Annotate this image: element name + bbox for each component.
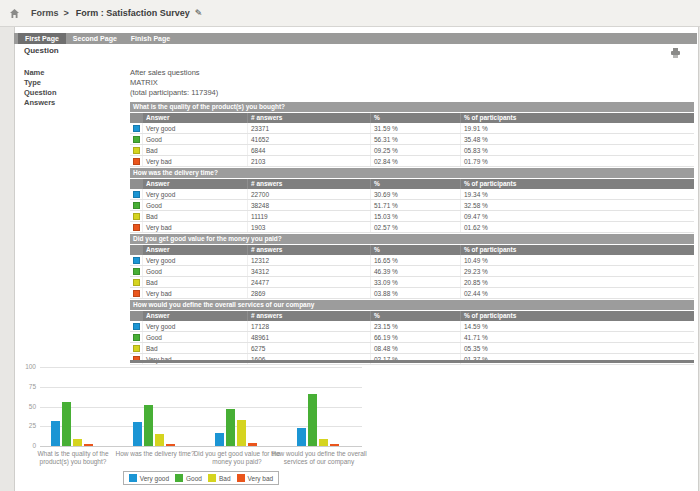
bar-bad-q1 [73,439,82,446]
percent-participants-cell: 41.71 % [460,332,694,342]
answers-count-cell: 2103 [247,156,370,166]
name-value: After sales questions [130,68,200,78]
table-header-row: Answer# answers%% of participants [130,113,694,123]
breadcrumb-forms[interactable]: Forms [31,8,59,18]
results-chart: Very goodGoodBadVery bad 1007550250What … [0,362,700,490]
answer-cell: Bad [142,343,247,353]
page-title: Form : Satisfaction Survey [76,8,190,18]
answer-cell: Good [142,332,247,342]
table-row-bad: Bad2447733.09 %20.85 % [130,277,694,288]
legend-item-very-bad: Very bad [237,474,274,482]
percent-participants-cell: 20.85 % [460,277,694,287]
detail-name: Name After sales questions [24,68,684,78]
answers-count-cell: 17128 [247,321,370,331]
table-row-good: Good3431246.39 %29.23 % [130,266,694,277]
answer-cell: Bad [142,145,247,155]
percent-cell: 56.31 % [370,134,460,144]
edit-icon[interactable]: ✎ [195,9,203,18]
column-header-answer: Answer [142,179,247,189]
answer-color-swatch [133,202,140,209]
percent-cell: 46.39 % [370,266,460,276]
answers-table-how-was-the-delivery-time: How was the delivery time?Answer# answer… [130,168,694,233]
legend-item-very-good: Very good [129,474,169,482]
table-row-very-good: Very good2337131.59 %19.91 % [130,123,694,134]
column-header-: % [370,179,460,189]
column-header-answers: # answers [247,311,370,321]
answer-cell: Very good [142,321,247,331]
answer-color-swatch [133,125,140,132]
table-header-row: Answer# answers%% of participants [130,245,694,255]
answer-color-cell [130,255,142,265]
answer-color-cell [130,123,142,133]
percent-cell: 09.25 % [370,145,460,155]
percent-cell: 33.09 % [370,277,460,287]
name-label: Name [24,68,44,77]
bar-very-bad-q4 [330,444,339,446]
print-icon[interactable] [670,44,681,62]
percent-participants-cell: 32.58 % [460,200,694,210]
legend-label-good: Good [186,475,202,482]
answer-color-cell [130,277,142,287]
column-header-answer: Answer [142,311,247,321]
answer-cell: Bad [142,211,247,221]
answer-color-swatch [133,158,140,165]
question-value: (total participants: 117394) [130,88,218,98]
table-row-good: Good4896166.19 %41.71 % [130,332,694,343]
answers-tables: What is the quality of the product(s) yo… [130,102,694,366]
answer-color-swatch [133,136,140,143]
tab-bar: First PageSecond PageFinish Page [14,33,697,44]
answer-color-swatch [133,290,140,297]
y-tick-label-25: 25 [16,422,36,429]
answer-cell: Very bad [142,288,247,298]
table-header-row: Answer# answers%% of participants [130,179,694,189]
tab-first-page[interactable]: First Page [18,33,66,44]
percent-participants-cell: 10.49 % [460,255,694,265]
answer-color-cell [130,211,142,221]
answer-color-cell [130,266,142,276]
answers-count-cell: 2869 [247,288,370,298]
table-row-good: Good4165256.31 %35.48 % [130,134,694,145]
type-value: MATRIX [130,78,158,88]
bar-bad-q3 [237,420,246,446]
y-tick-label-0: 0 [16,442,36,449]
answers-count-cell: 23371 [247,123,370,133]
answers-table-did-you-get-good-value-for-the: Did you get good value for the money you… [130,234,694,299]
percent-cell: 08.48 % [370,343,460,353]
table-row-bad: Bad1111915.03 %09.47 % [130,211,694,222]
column-header-of-participants: % of participants [460,179,694,189]
type-label: Type [24,78,41,87]
legend-label-very-bad: Very bad [248,475,274,482]
bar-very-good-q3 [215,433,224,446]
question-label: Question [24,88,57,97]
y-tick-label-75: 75 [16,383,36,390]
bar-good-q4 [308,394,317,446]
tab-second-page[interactable]: Second Page [66,33,124,44]
answer-cell: Good [142,266,247,276]
home-icon[interactable] [9,8,20,19]
answer-cell: Good [142,200,247,210]
answers-label: Answers [24,98,55,107]
table-row-very-bad: Very bad190302.57 %01.62 % [130,222,694,233]
percent-participants-cell: 19.91 % [460,123,694,133]
column-header-of-participants: % of participants [460,113,694,123]
legend-item-good: Good [175,474,202,482]
answer-color-swatch [133,268,140,275]
answer-color-cell [130,189,142,199]
percent-participants-cell: 01.79 % [460,156,694,166]
percent-cell: 23.15 % [370,321,460,331]
legend-swatch-very-bad [237,474,245,482]
answers-count-cell: 34312 [247,266,370,276]
table-question-title: Did you get good value for the money you… [130,234,694,244]
answer-cell: Very bad [142,222,247,232]
detail-question: Question (total participants: 117394) [24,88,684,98]
tab-finish-page[interactable]: Finish Page [124,33,177,44]
header: Forms > Form : Satisfaction Survey ✎ [0,0,700,27]
answer-color-swatch [133,334,140,341]
bar-very-bad-q3 [248,443,257,446]
legend-item-bad: Bad [208,474,231,482]
answers-count-cell: 38248 [247,200,370,210]
table-row-bad: Bad684409.25 %05.83 % [130,145,694,156]
legend-swatch-bad [208,474,216,482]
chart-legend: Very goodGoodBadVery bad [123,471,279,485]
percent-participants-cell: 09.47 % [460,211,694,221]
